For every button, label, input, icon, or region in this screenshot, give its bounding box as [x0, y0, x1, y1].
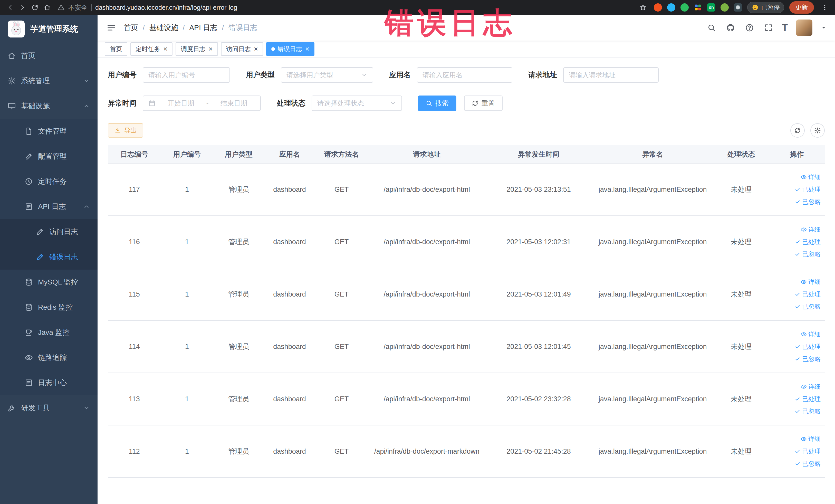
date-range-picker[interactable]: 开始日期 - 结束日期: [143, 96, 261, 111]
request-url-input[interactable]: [563, 67, 659, 83]
sidebar-item-redis[interactable]: Redis 监控: [0, 295, 98, 320]
cell-user_type: 管理员: [213, 425, 264, 478]
user-id-input[interactable]: [143, 67, 230, 83]
action-detail[interactable]: 详细: [801, 383, 821, 391]
fullscreen-icon[interactable]: [763, 22, 774, 33]
export-button[interactable]: 导出: [108, 123, 143, 138]
home-icon[interactable]: [42, 2, 53, 13]
action-label: 已忽略: [802, 302, 821, 311]
extension-on-badge[interactable]: on: [707, 3, 715, 12]
sidebar-item-label: Java 监控: [38, 328, 69, 337]
sidebar-item-infra[interactable]: 基础设施: [0, 94, 98, 119]
breadcrumb-item[interactable]: 基础设施: [149, 23, 178, 33]
action-detail[interactable]: 详细: [801, 225, 821, 234]
sidebar-item-api-log[interactable]: API 日志: [0, 194, 98, 219]
close-icon[interactable]: ×: [305, 45, 309, 53]
sidebar-item-trace[interactable]: 链路追踪: [0, 345, 98, 370]
tab-home[interactable]: 首页: [105, 42, 127, 56]
browser-menu-icon[interactable]: [819, 2, 830, 13]
settings-button[interactable]: [810, 123, 825, 138]
avatar[interactable]: [796, 20, 812, 36]
breadcrumb-item[interactable]: API 日志: [189, 23, 218, 33]
tab-job-log[interactable]: 调度日志×: [176, 42, 218, 56]
process-status-select[interactable]: 请选择处理状态: [312, 96, 402, 111]
action-detail[interactable]: 详细: [801, 435, 821, 443]
action-ignored[interactable]: 已忽略: [794, 250, 821, 258]
app-logo[interactable]: 芋道管理系统: [0, 15, 98, 43]
forward-icon[interactable]: [17, 2, 28, 13]
sidebar-item-system[interactable]: 系统管理: [0, 68, 98, 94]
address-bar[interactable]: 不安全 dashboard.yudao.iocoder.cn/infra/log…: [58, 3, 636, 12]
refresh-button[interactable]: [790, 123, 805, 138]
extension-icon-3[interactable]: [680, 3, 689, 12]
search-button[interactable]: 搜索: [418, 96, 456, 111]
sidebar-item-log-center[interactable]: 日志中心: [0, 370, 98, 396]
extension-puzzle-icon[interactable]: [734, 3, 742, 12]
action-ignored[interactable]: 已忽略: [794, 460, 821, 468]
action-detail[interactable]: 详细: [801, 278, 821, 286]
close-icon[interactable]: ×: [208, 45, 212, 53]
caret-down-icon[interactable]: [821, 25, 827, 31]
app-name-input[interactable]: [417, 67, 512, 83]
breadcrumb-item[interactable]: 首页: [124, 23, 138, 33]
tab-error-log[interactable]: 错误日志×: [266, 42, 314, 56]
reset-button[interactable]: 重置: [464, 96, 503, 111]
action-ignored[interactable]: 已忽略: [794, 407, 821, 416]
row-actions: 详细已处理已忽略: [771, 330, 822, 363]
sidebar-item-java[interactable]: Java 监控: [0, 320, 98, 345]
hamburger-icon[interactable]: [106, 22, 117, 33]
extension-grid-icon[interactable]: [694, 3, 702, 12]
sidebar-item-mysql[interactable]: MySQL 监控: [0, 269, 98, 295]
reload-icon[interactable]: [29, 2, 41, 13]
action-ignored[interactable]: 已忽略: [794, 302, 821, 311]
sidebar-item-error-log[interactable]: 错误日志: [0, 244, 98, 269]
extension-icon-2[interactable]: [667, 3, 675, 12]
sidebar-item-access-log[interactable]: 访问日志: [0, 219, 98, 244]
action-label: 详细: [808, 330, 821, 338]
extension-icon-6[interactable]: [720, 3, 729, 12]
gear-icon: [814, 127, 821, 134]
update-button[interactable]: 更新: [789, 1, 814, 14]
action-detail[interactable]: 详细: [801, 173, 821, 181]
action-processed[interactable]: 已处理: [794, 238, 821, 246]
sidebar-item-job[interactable]: 定时任务: [0, 169, 98, 194]
filter-process-status: 处理状态 请选择处理状态: [277, 96, 402, 111]
toolbar-right: [790, 123, 825, 138]
tab-access-log[interactable]: 访问日志×: [221, 42, 263, 56]
close-icon[interactable]: ×: [163, 45, 167, 53]
action-processed[interactable]: 已处理: [794, 343, 821, 351]
font-size-icon[interactable]: T: [782, 23, 788, 32]
action-processed[interactable]: 已处理: [794, 185, 821, 194]
bookmark-star-icon[interactable]: [637, 2, 649, 13]
github-icon[interactable]: [725, 22, 736, 33]
tab-label: 定时任务: [136, 45, 160, 53]
search-icon[interactable]: [706, 22, 717, 33]
table-row: 1171管理员dashboardGET/api/infra/db-doc/exp…: [108, 163, 825, 216]
help-icon[interactable]: [744, 22, 755, 33]
paused-badge[interactable]: 已暂停: [747, 2, 784, 13]
cell-url: /api/infra/db-doc/export-markdown: [368, 425, 486, 478]
cell-id: 112: [108, 425, 161, 478]
security-label: 不安全: [68, 3, 87, 12]
sidebar-item-config[interactable]: 配置管理: [0, 144, 98, 169]
cell-actions: 详细已处理已忽略: [769, 320, 825, 373]
action-ignored[interactable]: 已忽略: [794, 355, 821, 363]
action-ignored[interactable]: 已忽略: [794, 198, 821, 206]
sidebar-item-dev-tools[interactable]: 研发工具: [0, 396, 98, 421]
tab-job[interactable]: 定时任务×: [130, 42, 172, 56]
sidebar-item-home[interactable]: 首页: [0, 43, 98, 68]
action-processed[interactable]: 已处理: [794, 447, 821, 456]
back-icon[interactable]: [5, 2, 16, 13]
action-processed[interactable]: 已处理: [794, 395, 821, 403]
cell-method: GET: [315, 425, 368, 478]
filter-exception-time: 异常时间 开始日期 - 结束日期: [108, 96, 261, 111]
cell-time: 2021-05-03 23:13:51: [486, 163, 592, 216]
action-processed[interactable]: 已处理: [794, 290, 821, 298]
sidebar-item-file[interactable]: 文件管理: [0, 119, 98, 144]
action-detail[interactable]: 详细: [801, 330, 821, 338]
access-log-icon: [36, 228, 44, 236]
user-type-select[interactable]: 请选择用户类型: [281, 67, 373, 83]
extension-icon-1[interactable]: [654, 3, 662, 12]
close-icon[interactable]: ×: [254, 45, 258, 53]
check-icon: [794, 408, 801, 415]
